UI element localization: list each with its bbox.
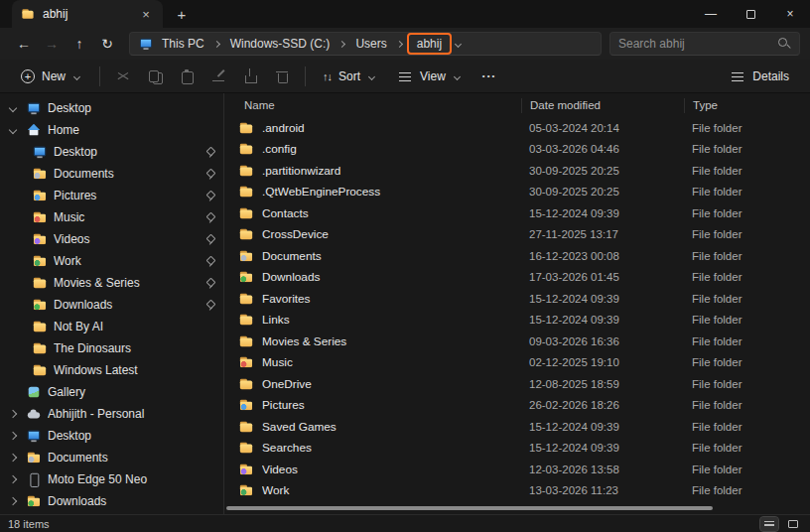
close-button[interactable]: ×: [770, 0, 810, 28]
sidebar-chevron-icon[interactable]: [6, 451, 20, 465]
sidebar-item[interactable]: Movies & Series: [0, 272, 223, 294]
table-row[interactable]: Pictures 26-02-2026 18:26 File folder: [224, 395, 810, 417]
breadcrumb-separator-icon: [395, 38, 405, 50]
rename-button[interactable]: [203, 63, 233, 90]
large-thumbnails-view-toggle[interactable]: [784, 517, 802, 531]
table-row[interactable]: Movies & Series 09-03-2026 16:36 File fo…: [224, 331, 810, 352]
new-button[interactable]: + New: [12, 65, 91, 88]
column-header-date-modified[interactable]: Date modified: [521, 98, 684, 113]
sidebar-chevron-icon[interactable]: [12, 276, 26, 290]
explorer-tab[interactable]: abhij ×: [12, 0, 163, 28]
sidebar-chevron-icon[interactable]: [6, 101, 20, 115]
sidebar-chevron-icon[interactable]: [12, 363, 26, 377]
table-row[interactable]: Saved Games 15-12-2024 09:39 File folder: [224, 416, 810, 438]
table-row[interactable]: Downloads 17-03-2026 01:45 File folder: [224, 267, 810, 289]
sidebar-chevron-icon[interactable]: [12, 341, 26, 355]
table-row[interactable]: .QtWebEngineProcess 30-09-2025 20:25 Fil…: [224, 182, 810, 203]
paste-button[interactable]: [172, 63, 202, 90]
view-button[interactable]: View: [388, 64, 472, 89]
copy-button[interactable]: [140, 63, 170, 90]
column-header-type[interactable]: Type: [684, 98, 810, 113]
sidebar-chevron-icon[interactable]: [6, 494, 20, 508]
sidebar-chevron-icon[interactable]: [6, 385, 20, 399]
details-view-toggle[interactable]: [760, 517, 778, 531]
table-row[interactable]: Documents 16-12-2023 00:08 File folder: [224, 245, 810, 267]
sidebar-item[interactable]: Videos: [0, 228, 223, 250]
sidebar-item[interactable]: Desktop: [0, 141, 223, 163]
sidebar-item[interactable]: Downloads: [0, 490, 223, 512]
sidebar-item[interactable]: Documents: [0, 163, 223, 185]
back-button[interactable]: ←: [10, 31, 38, 57]
sidebar-chevron-icon[interactable]: [12, 189, 26, 202]
breadcrumb-users[interactable]: Users: [349, 35, 392, 53]
table-row[interactable]: .partitionwizard 30-09-2025 20:25 File f…: [224, 160, 810, 182]
sidebar-item[interactable]: Documents: [0, 447, 223, 468]
refresh-button[interactable]: ↻: [93, 31, 121, 57]
sidebar-chevron-icon[interactable]: [12, 320, 26, 333]
sidebar-item[interactable]: Desktop: [0, 425, 223, 447]
tab-close-icon[interactable]: ×: [137, 5, 155, 23]
sidebar-item[interactable]: Work: [0, 250, 223, 272]
sidebar-item[interactable]: Home: [0, 119, 223, 141]
table-row[interactable]: Contacts 15-12-2024 09:39 File folder: [224, 202, 810, 224]
horizontal-scrollbar[interactable]: [224, 502, 810, 514]
table-row[interactable]: Links 15-12-2024 09:39 File folder: [224, 310, 810, 332]
sidebar-chevron-icon[interactable]: [6, 123, 20, 137]
forward-button[interactable]: →: [38, 31, 66, 57]
table-row[interactable]: Favorites 15-12-2024 09:39 File folder: [224, 288, 810, 310]
breadcrumb-this-pc[interactable]: This PC: [156, 35, 210, 53]
up-button[interactable]: ↑: [66, 31, 93, 57]
sidebar-item[interactable]: Moto Edge 50 Neo: [0, 468, 223, 490]
horizontal-scrollbar-thumb[interactable]: [226, 506, 713, 510]
table-row[interactable]: Searches 15-12-2024 09:39 File folder: [224, 438, 810, 460]
sidebar-item[interactable]: Desktop: [0, 97, 223, 119]
table-row[interactable]: .config 03-03-2026 04:46 File folder: [224, 139, 810, 161]
sidebar: Desktop Home Desktop Documents Pictures …: [0, 93, 224, 514]
sidebar-chevron-icon[interactable]: [12, 167, 26, 181]
sidebar-chevron-icon[interactable]: [12, 254, 26, 268]
status-bar: 18 items: [0, 514, 810, 532]
sidebar-item[interactable]: Abhijith - Personal: [0, 403, 223, 425]
breadcrumb-current-folder[interactable]: abhij: [411, 35, 448, 53]
delete-button[interactable]: [267, 63, 297, 90]
pin-icon: [205, 278, 215, 289]
sidebar-chevron-icon[interactable]: [12, 232, 26, 246]
view-button-label: View: [420, 69, 446, 83]
sidebar-item[interactable]: Gallery: [0, 381, 223, 403]
sidebar-chevron-icon[interactable]: [12, 298, 26, 312]
sidebar-item[interactable]: The Dinosaurs: [0, 337, 223, 359]
sidebar-item[interactable]: Music: [0, 206, 223, 228]
table-row[interactable]: CrossDevice 27-11-2025 13:17 File folder: [224, 224, 810, 246]
table-row[interactable]: OneDrive 12-08-2025 18:59 File folder: [224, 373, 810, 395]
breadcrumb-dropdown-icon[interactable]: [454, 38, 464, 50]
sidebar-item[interactable]: Not By AI: [0, 316, 223, 337]
row-name: Videos: [262, 463, 521, 476]
table-row[interactable]: Videos 12-03-2026 13:58 File folder: [224, 459, 810, 480]
breadcrumb-drive[interactable]: Windows-SSD (C:): [224, 35, 337, 53]
table-row[interactable]: Work 13-03-2026 11:23 File folder: [224, 480, 810, 502]
more-options-button[interactable]: •••: [473, 66, 505, 85]
search-box[interactable]: [609, 32, 800, 56]
sort-button[interactable]: ↑↓ Sort: [314, 65, 386, 88]
table-row[interactable]: Music 02-12-2025 19:10 File folder: [224, 352, 810, 374]
table-row[interactable]: .android 05-03-2024 20:14 File folder: [224, 117, 810, 139]
sidebar-item[interactable]: Downloads: [0, 294, 223, 316]
sidebar-chevron-icon[interactable]: [12, 145, 26, 159]
minimize-button[interactable]: —: [691, 0, 731, 28]
row-name: .partitionwizard: [262, 164, 521, 178]
search-input[interactable]: [618, 37, 777, 51]
breadcrumb[interactable]: This PC Windows-SSD (C:) Users abhij: [129, 32, 602, 56]
share-button[interactable]: [235, 63, 265, 90]
cut-button[interactable]: [108, 63, 138, 90]
sidebar-chevron-icon[interactable]: [6, 472, 20, 486]
sidebar-chevron-icon[interactable]: [6, 429, 20, 443]
sidebar-chevron-icon[interactable]: [12, 210, 26, 224]
sidebar-item[interactable]: Windows Latest: [0, 359, 223, 381]
maximize-button[interactable]: [731, 0, 770, 28]
column-header-name[interactable]: Name: [224, 99, 521, 111]
details-button[interactable]: Details: [721, 64, 798, 89]
sidebar-item[interactable]: Pictures: [0, 185, 223, 206]
row-folder-icon: [239, 121, 253, 135]
sidebar-chevron-icon[interactable]: [6, 407, 20, 421]
new-tab-button[interactable]: +: [173, 5, 191, 23]
